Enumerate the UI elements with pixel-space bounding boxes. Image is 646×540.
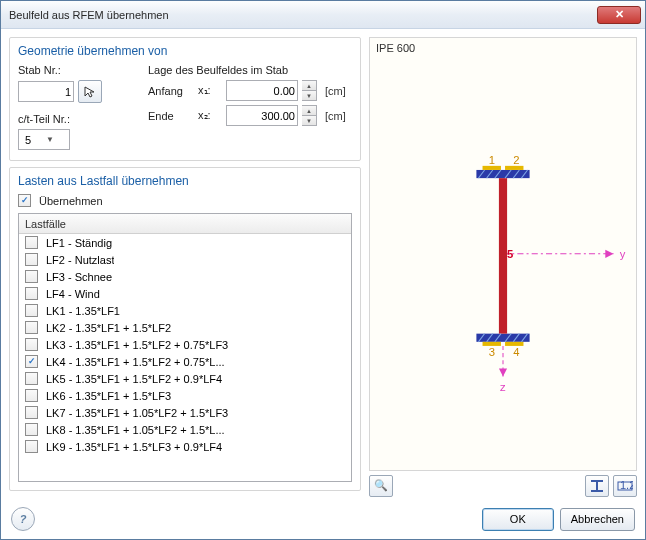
stab-number-input[interactable] <box>18 81 74 102</box>
svg-text:z: z <box>500 381 506 393</box>
list-item-label: LF4 - Wind <box>46 288 100 300</box>
ipe-section-drawing: y z <box>370 38 636 470</box>
close-icon: ✕ <box>615 8 624 21</box>
list-item-checkbox[interactable] <box>25 287 38 300</box>
x1-input[interactable]: 0.00 <box>226 80 298 101</box>
list-item-label: LK2 - 1.35*LF1 + 1.5*LF2 <box>46 322 171 334</box>
svg-text:4: 4 <box>513 346 519 358</box>
list-item[interactable]: LK4 - 1.35*LF1 + 1.5*LF2 + 0.75*L... <box>19 353 351 370</box>
svg-text:1.2: 1.2 <box>620 480 633 491</box>
group-loads: Lasten aus Lastfall übernehmen Übernehme… <box>9 167 361 491</box>
view-section-button[interactable] <box>585 475 609 497</box>
list-item-checkbox[interactable] <box>25 321 38 334</box>
list-item[interactable]: LF3 - Schnee <box>19 268 351 285</box>
list-item[interactable]: LF1 - Ständig <box>19 234 351 251</box>
svg-rect-8 <box>476 334 529 342</box>
list-item[interactable]: LF2 - Nutzlast <box>19 251 351 268</box>
x2-unit: [cm] <box>325 110 346 122</box>
group-loads-title: Lasten aus Lastfall übernehmen <box>18 174 352 188</box>
list-item-label: LK3 - 1.35*LF1 + 1.5*LF2 + 0.75*LF3 <box>46 339 228 351</box>
svg-text:y: y <box>620 248 626 260</box>
x1-unit: [cm] <box>325 85 346 97</box>
svg-text:2: 2 <box>513 154 519 166</box>
ok-button[interactable]: OK <box>482 508 554 531</box>
list-item-checkbox[interactable] <box>25 253 38 266</box>
list-item-label: LK1 - 1.35*LF1 <box>46 305 120 317</box>
x2-label: x₂: <box>198 109 222 122</box>
list-item-checkbox[interactable] <box>25 406 38 419</box>
help-button[interactable]: ? <box>11 507 35 531</box>
x1-spinner[interactable]: ▲▼ <box>302 80 317 101</box>
svg-rect-6 <box>476 170 529 178</box>
group-geometry: Geometrie übernehmen von Stab Nr.: c/t-T… <box>9 37 361 161</box>
titlebar[interactable]: Beulfeld aus RFEM übernehmen ✕ <box>1 1 645 29</box>
loadcases-listbox: Lastfälle LF1 - StändigLF2 - NutzlastLF3… <box>18 213 352 482</box>
stab-label: Stab Nr.: <box>18 64 130 76</box>
help-icon: ? <box>20 513 27 525</box>
spin-up-icon[interactable]: ▲ <box>302 80 317 90</box>
svg-marker-4 <box>499 368 507 376</box>
magnifier-icon: 🔍 <box>374 479 388 492</box>
list-item-checkbox[interactable] <box>25 338 38 351</box>
list-item[interactable]: LK3 - 1.35*LF1 + 1.5*LF2 + 0.75*LF3 <box>19 336 351 353</box>
list-item-label: LK5 - 1.35*LF1 + 1.5*LF2 + 0.9*LF4 <box>46 373 222 385</box>
values-icon: 1.2 <box>617 480 633 492</box>
list-item[interactable]: LK7 - 1.35*LF1 + 1.05*LF2 + 1.5*LF3 <box>19 404 351 421</box>
close-button[interactable]: ✕ <box>597 6 641 24</box>
left-column: Geometrie übernehmen von Stab Nr.: c/t-T… <box>9 37 361 491</box>
ct-part-combo[interactable]: 5 ▼ <box>18 129 70 150</box>
list-item-checkbox[interactable] <box>25 372 38 385</box>
group-geometry-title: Geometrie übernehmen von <box>18 44 352 58</box>
i-section-icon <box>590 480 604 492</box>
cancel-button[interactable]: Abbrechen <box>560 508 635 531</box>
dialog-footer: ? OK Abbrechen <box>1 499 645 539</box>
list-item-label: LK6 - 1.35*LF1 + 1.5*LF3 <box>46 390 171 402</box>
list-item-checkbox[interactable] <box>25 389 38 402</box>
preview-toolbar: 🔍 1.2 <box>369 475 637 497</box>
chevron-down-icon: ▼ <box>46 135 67 144</box>
take-loads-label: Übernehmen <box>39 195 103 207</box>
dialog-body: Geometrie übernehmen von Stab Nr.: c/t-T… <box>1 29 645 499</box>
loadcases-body[interactable]: LF1 - StändigLF2 - NutzlastLF3 - SchneeL… <box>19 234 351 481</box>
list-item-checkbox[interactable] <box>25 270 38 283</box>
x2-input[interactable]: 300.00 <box>226 105 298 126</box>
spin-down-icon[interactable]: ▼ <box>302 90 317 101</box>
list-item[interactable]: LK6 - 1.35*LF1 + 1.5*LF3 <box>19 387 351 404</box>
anfang-label: Anfang <box>148 85 194 97</box>
spin-up-icon[interactable]: ▲ <box>302 105 317 115</box>
list-item-checkbox[interactable] <box>25 355 38 368</box>
profile-label: IPE 600 <box>376 42 415 54</box>
svg-text:1: 1 <box>489 154 495 166</box>
list-item-label: LK4 - 1.35*LF1 + 1.5*LF2 + 0.75*L... <box>46 356 225 368</box>
ct-label: c/t-Teil Nr.: <box>18 113 130 125</box>
window-title: Beulfeld aus RFEM übernehmen <box>9 9 597 21</box>
list-item[interactable]: LK5 - 1.35*LF1 + 1.5*LF2 + 0.9*LF4 <box>19 370 351 387</box>
svg-marker-1 <box>605 250 613 258</box>
ct-part-value: 5 <box>25 134 46 146</box>
svg-rect-10 <box>483 166 501 170</box>
list-item-checkbox[interactable] <box>25 236 38 249</box>
list-item[interactable]: LK9 - 1.35*LF1 + 1.5*LF3 + 0.9*LF4 <box>19 438 351 455</box>
list-item-label: LF3 - Schnee <box>46 271 112 283</box>
zoom-button[interactable]: 🔍 <box>369 475 393 497</box>
loadcases-header[interactable]: Lastfälle <box>19 214 351 234</box>
x2-spinner[interactable]: ▲▼ <box>302 105 317 126</box>
list-item[interactable]: LK1 - 1.35*LF1 <box>19 302 351 319</box>
list-item-checkbox[interactable] <box>25 304 38 317</box>
list-item-label: LK8 - 1.35*LF1 + 1.05*LF2 + 1.5*L... <box>46 424 225 436</box>
list-item-label: LK7 - 1.35*LF1 + 1.05*LF2 + 1.5*LF3 <box>46 407 228 419</box>
pick-member-button[interactable] <box>78 80 102 103</box>
list-item-checkbox[interactable] <box>25 423 38 436</box>
list-item[interactable]: LK2 - 1.35*LF1 + 1.5*LF2 <box>19 319 351 336</box>
view-values-button[interactable]: 1.2 <box>613 475 637 497</box>
pick-cursor-icon <box>83 85 97 99</box>
ende-label: Ende <box>148 110 194 122</box>
section-preview[interactable]: IPE 600 y z <box>369 37 637 471</box>
list-item-label: LF2 - Nutzlast <box>46 254 114 266</box>
spin-down-icon[interactable]: ▼ <box>302 115 317 126</box>
list-item[interactable]: LF4 - Wind <box>19 285 351 302</box>
svg-text:3: 3 <box>489 346 495 358</box>
take-loads-checkbox[interactable] <box>18 194 31 207</box>
list-item-checkbox[interactable] <box>25 440 38 453</box>
list-item[interactable]: LK8 - 1.35*LF1 + 1.05*LF2 + 1.5*L... <box>19 421 351 438</box>
